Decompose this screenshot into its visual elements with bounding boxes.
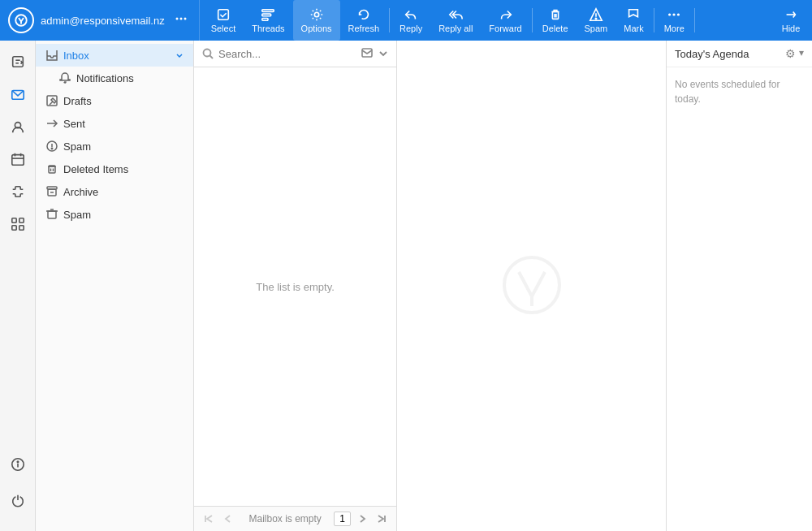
sidebar-item-power[interactable] (3, 486, 32, 515)
hide-label: Hide (782, 24, 801, 33)
svg-rect-51 (362, 49, 372, 57)
reply-all-button[interactable]: Reply all (430, 0, 481, 41)
sidebar-item-compose[interactable] (3, 47, 32, 76)
svg-point-15 (668, 13, 671, 15)
search-bar (194, 41, 396, 67)
agenda-chevron-icon[interactable]: ▾ (799, 47, 804, 60)
email-list-footer: Mailbox is empty 1 (194, 506, 396, 531)
spam-button[interactable]: Spam (577, 0, 616, 41)
reply-button[interactable]: Reply (391, 0, 430, 41)
folder-spam2[interactable]: Spam (36, 203, 193, 226)
folder-drafts[interactable]: Drafts (36, 89, 193, 112)
svg-rect-7 (262, 19, 268, 21)
brand-more-button[interactable] (171, 12, 191, 29)
svg-line-50 (210, 56, 214, 59)
page-number: 1 (334, 512, 351, 526)
forward-label: Forward (489, 24, 521, 33)
agenda-title: Today's Agenda (675, 48, 749, 60)
svg-rect-4 (218, 10, 229, 20)
folder-spam2-label: Spam (63, 209, 91, 221)
svg-rect-30 (11, 226, 15, 230)
sidebar-item-mail[interactable] (3, 80, 32, 109)
folder-notifications[interactable]: Notifications (36, 67, 193, 89)
agenda-empty-text: No events scheduled for today. (675, 79, 780, 105)
folder-sent[interactable]: Sent (36, 112, 193, 135)
svg-rect-28 (11, 218, 15, 222)
first-page-button[interactable] (201, 512, 217, 525)
agenda-header-actions: ⚙ ▾ (785, 47, 804, 60)
sidebar-item-contacts[interactable] (3, 112, 32, 141)
svg-point-3 (184, 17, 186, 19)
sidebar-item-info[interactable] (3, 450, 32, 479)
sidebar-item-calendar[interactable] (3, 145, 32, 174)
brand-email: admin@responsivemail.nz (41, 15, 165, 27)
svg-point-17 (677, 13, 680, 15)
compose-icon[interactable] (361, 47, 374, 60)
icon-sidebar (0, 41, 36, 531)
chevron-down-icon[interactable] (378, 49, 388, 58)
reply-label: Reply (400, 24, 422, 33)
svg-point-1 (175, 17, 178, 19)
folder-sidebar: Inbox Notifications Drafts (36, 41, 194, 531)
svg-rect-31 (19, 226, 23, 230)
svg-rect-9 (552, 11, 558, 19)
search-input[interactable] (218, 48, 356, 60)
svg-rect-5 (262, 10, 274, 12)
empty-list-text: The list is empty. (256, 281, 335, 293)
prev-page-button[interactable] (220, 512, 236, 525)
select-button[interactable]: Select (203, 0, 244, 41)
folder-spam-label: Spam (63, 140, 91, 153)
sidebar-item-settings[interactable] (3, 177, 32, 206)
email-list-area: The list is empty. Mailbox is empty 1 (194, 41, 397, 531)
folder-spam[interactable]: Spam (36, 135, 193, 158)
last-page-button[interactable] (374, 512, 390, 525)
delete-label: Delete (542, 24, 568, 33)
folder-deleted-label: Deleted Items (63, 163, 128, 175)
folder-archive-label: Archive (63, 186, 98, 198)
toolbar-actions: Select Threads Options Refresh (200, 0, 812, 41)
hide-button[interactable]: Hide (773, 0, 809, 41)
more-label: More (664, 24, 685, 33)
delete-button[interactable]: Delete (534, 0, 577, 41)
svg-line-36 (50, 101, 53, 105)
mark-button[interactable]: Mark (615, 0, 651, 41)
refresh-label: Refresh (348, 24, 380, 33)
svg-point-40 (51, 148, 52, 149)
separator-4 (694, 8, 695, 32)
folder-inbox-label: Inbox (63, 50, 89, 62)
main-area: Inbox Notifications Drafts (0, 41, 812, 531)
select-label: Select (211, 24, 236, 33)
svg-rect-41 (49, 166, 55, 173)
agenda-gear-icon[interactable]: ⚙ (785, 47, 796, 60)
forward-button[interactable]: Forward (481, 0, 529, 41)
next-page-button[interactable] (354, 512, 370, 525)
sidebar-item-apps[interactable] (3, 209, 32, 239)
folder-notifications-label: Notifications (76, 72, 134, 84)
svg-rect-29 (19, 218, 23, 222)
reply-all-label: Reply all (438, 24, 473, 33)
folder-deleted[interactable]: Deleted Items (36, 158, 193, 180)
threads-button[interactable]: Threads (244, 0, 292, 41)
options-button[interactable]: Options (293, 0, 340, 41)
svg-rect-6 (262, 14, 271, 16)
reading-pane-logo (499, 253, 564, 320)
svg-rect-24 (11, 155, 23, 166)
folder-sent-label: Sent (63, 118, 85, 130)
more-button[interactable]: More (656, 0, 693, 41)
mailbox-status: Mailbox is empty (240, 513, 330, 525)
svg-point-8 (314, 12, 318, 16)
separator-1 (389, 8, 390, 32)
folder-archive[interactable]: Archive (36, 180, 193, 203)
folder-inbox[interactable]: Inbox (36, 44, 193, 67)
refresh-button[interactable]: Refresh (340, 0, 388, 41)
reading-pane (397, 41, 666, 531)
mark-label: Mark (624, 24, 643, 33)
toolbar: admin@responsivemail.nz Select Threads (0, 0, 812, 41)
svg-point-49 (204, 50, 211, 57)
folder-drafts-label: Drafts (63, 95, 92, 107)
brand-logo (8, 7, 34, 33)
right-panel: Today's Agenda ⚙ ▾ No events scheduled f… (666, 41, 812, 531)
svg-point-14 (595, 18, 596, 19)
agenda-header: Today's Agenda ⚙ ▾ (667, 41, 812, 67)
svg-point-2 (179, 17, 182, 19)
